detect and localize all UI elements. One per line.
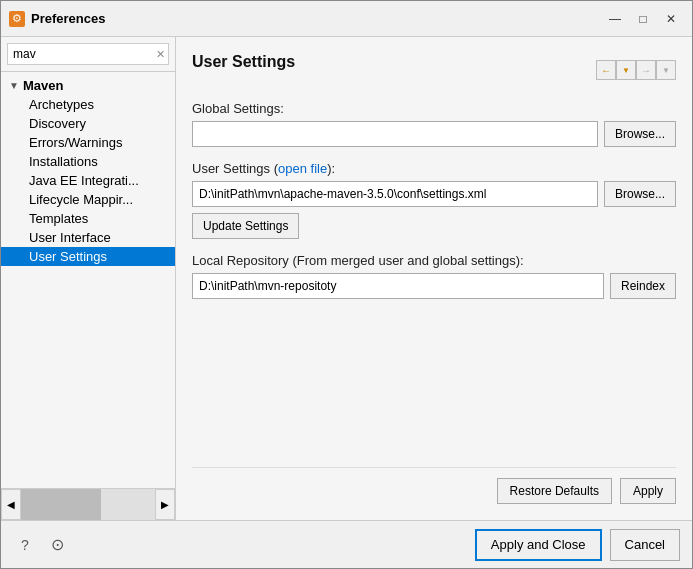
cancel-btn[interactable]: Cancel [610,529,680,561]
scroll-right-btn[interactable]: ▶ [155,489,175,520]
user-settings-section: User Settings (open file): Browse... Upd… [192,161,676,239]
scroll-track[interactable] [21,489,155,520]
tree-area: ▼ Maven Archetypes Discovery Errors/Warn… [1,72,175,488]
local-repo-input[interactable] [192,273,604,299]
tree-item-errors-warnings[interactable]: Errors/Warnings [1,133,175,152]
chevron-icon: ▼ [9,80,19,91]
footer-right: Apply and Close Cancel [475,529,680,561]
restore-defaults-btn[interactable]: Restore Defaults [497,478,612,504]
window-icon: ⚙ [9,11,25,27]
reindex-btn[interactable]: Reindex [610,273,676,299]
apply-btn[interactable]: Apply [620,478,676,504]
user-settings-label: User Settings (open file): [192,161,676,176]
window-title: Preferences [31,11,596,26]
tree-parent-label: Maven [23,78,63,93]
global-settings-input[interactable] [192,121,598,147]
panel-title: User Settings [192,53,295,71]
close-button[interactable]: ✕ [658,9,684,29]
tree-item-installations[interactable]: Installations [1,152,175,171]
content-area: ✕ ▼ Maven Archetypes Discovery Errors/Wa… [1,37,692,520]
local-repo-label: Local Repository (From merged user and g… [192,253,676,268]
global-settings-label: Global Settings: [192,101,676,116]
bottom-bar: Restore Defaults Apply [192,467,676,504]
local-repo-section: Local Repository (From merged user and g… [192,253,676,299]
tree-item-archetypes[interactable]: Archetypes [1,95,175,114]
footer-left: ? ⊙ [13,533,69,557]
search-bar: ✕ [1,37,175,72]
nav-forward-btn[interactable]: → [636,60,656,80]
global-settings-row: Browse... [192,121,676,147]
user-settings-row: Browse... [192,181,676,207]
search-clear-icon[interactable]: ✕ [156,48,165,61]
tree-item-lifecycle[interactable]: Lifecycle Mappir... [1,190,175,209]
apply-and-close-btn[interactable]: Apply and Close [475,529,602,561]
nav-toolbar: ← ▼ → ▼ [596,60,676,80]
sidebar-scrollbar: ◀ ▶ [1,488,175,520]
help-icon[interactable]: ? [13,533,37,557]
window-controls: — □ ✕ [602,9,684,29]
tree-item-user-interface[interactable]: User Interface [1,228,175,247]
tree-item-user-settings[interactable]: User Settings [1,247,175,266]
global-settings-section: Global Settings: Browse... [192,101,676,147]
user-settings-browse-btn[interactable]: Browse... [604,181,676,207]
tree-item-templates[interactable]: Templates [1,209,175,228]
tree-item-java-ee[interactable]: Java EE Integrati... [1,171,175,190]
user-settings-input[interactable] [192,181,598,207]
search-input[interactable] [7,43,169,65]
sidebar: ✕ ▼ Maven Archetypes Discovery Errors/Wa… [1,37,176,520]
title-bar: ⚙ Preferences — □ ✕ [1,1,692,37]
main-panel: User Settings ← ▼ → ▼ Global Settings: B… [176,37,692,520]
maximize-button[interactable]: □ [630,9,656,29]
preferences-window: ⚙ Preferences — □ ✕ ✕ ▼ Maven [0,0,693,569]
nav-back-dropdown-btn[interactable]: ▼ [616,60,636,80]
local-repo-row: Reindex [192,273,676,299]
tree-parent-maven[interactable]: ▼ Maven [1,76,175,95]
footer: ? ⊙ Apply and Close Cancel [1,520,692,568]
scroll-left-btn[interactable]: ◀ [1,489,21,520]
info-icon[interactable]: ⊙ [45,533,69,557]
minimize-button[interactable]: — [602,9,628,29]
tree-item-discovery[interactable]: Discovery [1,114,175,133]
nav-back-btn[interactable]: ← [596,60,616,80]
nav-forward-dropdown-btn[interactable]: ▼ [656,60,676,80]
open-file-link[interactable]: open file [278,161,327,176]
global-settings-browse-btn[interactable]: Browse... [604,121,676,147]
update-settings-btn[interactable]: Update Settings [192,213,299,239]
